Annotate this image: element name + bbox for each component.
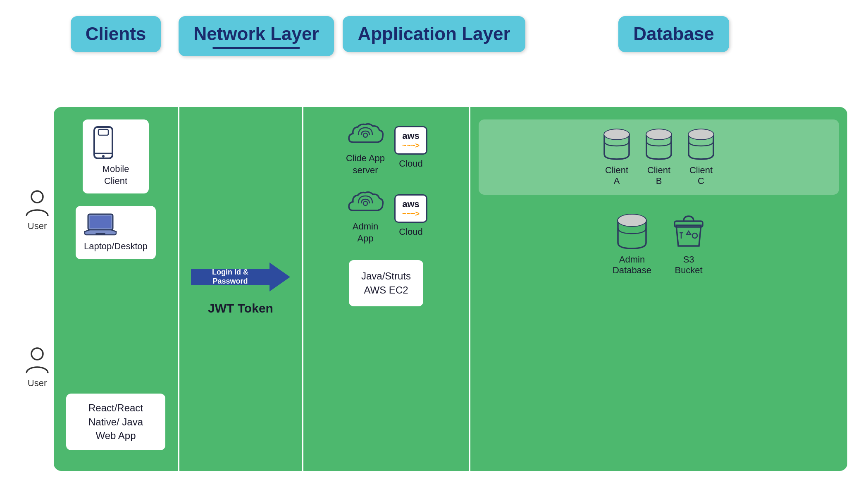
admin-cloud-icon xyxy=(345,188,386,217)
client-a-db-icon xyxy=(602,128,632,161)
db-badge: Database xyxy=(618,16,729,52)
clients-badge: Clients xyxy=(71,16,161,52)
svg-rect-20 xyxy=(675,221,703,227)
arrow-container: Login Id & Password JWT Token xyxy=(191,263,290,315)
admin-db-label: AdminDatabase xyxy=(613,254,651,276)
users-column: User User xyxy=(21,107,54,471)
db-header-col: Database xyxy=(533,16,814,52)
admin-db-item: AdminDatabase xyxy=(613,213,651,276)
app-content: Clide Appserver aws ~~~> Cloud xyxy=(303,107,469,471)
app-badge: Application Layer xyxy=(343,16,525,52)
green-panel: User User xyxy=(54,107,847,471)
network-content: Login Id & Password JWT Token xyxy=(179,107,302,471)
clients-content: MobileClient Laptop/Desktop React/React xyxy=(54,107,178,471)
app-header-col: Application Layer xyxy=(335,16,533,52)
client-b-label: ClientB xyxy=(647,165,670,186)
user-label-1: User xyxy=(28,221,47,232)
tech-stack-text: React/ReactNative/ JavaWeb App xyxy=(75,401,156,443)
admin-db-icon xyxy=(615,213,649,250)
laptop-label: Laptop/Desktop xyxy=(84,241,148,253)
svg-point-19 xyxy=(618,215,646,226)
aws-badge-1: aws ~~~> xyxy=(394,126,427,155)
mobile-client-card: MobileClient xyxy=(83,119,149,193)
svg-rect-8 xyxy=(95,233,105,234)
aws-badge-2: aws ~~~> xyxy=(394,194,427,223)
arrow-text: Login Id & Password xyxy=(195,268,265,286)
tech-stack-card: React/ReactNative/ JavaWeb App xyxy=(66,394,165,450)
clide-app-item: Clide Appserver xyxy=(345,119,386,176)
user-icon-2 xyxy=(24,346,50,375)
java-text: Java/StrutsAWS EC2 xyxy=(361,269,411,297)
svg-point-1 xyxy=(31,348,43,360)
clients-label: Clients xyxy=(86,24,146,44)
java-card: Java/StrutsAWS EC2 xyxy=(349,260,423,306)
admin-app-label: AdminApp xyxy=(353,221,378,244)
db-content: ClientA ClientB xyxy=(470,107,847,471)
client-a-label: ClientA xyxy=(605,165,628,186)
clients-header-col: Clients xyxy=(21,16,178,52)
client-b-db-icon xyxy=(644,128,674,161)
client-b-item: ClientB xyxy=(644,128,674,186)
s3-bucket-item: S3Bucket xyxy=(672,213,705,276)
user-label-2: User xyxy=(28,378,47,389)
svg-marker-23 xyxy=(687,231,691,234)
login-arrow: Login Id & Password xyxy=(191,263,290,291)
cloud1-item: aws ~~~> Cloud xyxy=(394,126,427,170)
user-figure-1: User xyxy=(24,189,50,232)
network-label: Network Layer xyxy=(193,24,319,44)
client-db-group: ClientA ClientB xyxy=(479,119,839,195)
user-figure-2: User xyxy=(24,346,50,389)
jwt-label: JWT Token xyxy=(208,301,273,315)
svg-point-5 xyxy=(102,155,105,158)
svg-rect-3 xyxy=(98,129,108,135)
svg-point-24 xyxy=(692,233,697,238)
svg-point-0 xyxy=(31,191,43,203)
app-label: Application Layer xyxy=(358,24,510,44)
mobile-icon xyxy=(91,126,116,159)
cloud2-item: aws ~~~> Cloud xyxy=(394,194,427,238)
admin-app-item: AdminApp xyxy=(345,188,386,244)
db-bottom-row: AdminDatabase xyxy=(479,213,839,276)
clide-cloud-icon xyxy=(345,119,386,149)
client-a-item: ClientA xyxy=(602,128,632,186)
network-underline xyxy=(212,47,300,49)
mobile-client-label: MobileClient xyxy=(91,163,141,187)
svg-point-13 xyxy=(604,129,629,139)
s3-bucket-label: S3Bucket xyxy=(675,254,702,276)
admin-row: AdminApp aws ~~~> Cloud xyxy=(312,188,460,244)
cloud2-label: Cloud xyxy=(399,226,422,238)
client-c-item: ClientC xyxy=(686,128,716,186)
main-area: User User xyxy=(21,107,847,471)
clide-row: Clide Appserver aws ~~~> Cloud xyxy=(312,119,460,176)
svg-point-11 xyxy=(363,201,367,205)
network-badge: Network Layer xyxy=(179,16,334,56)
db-label: Database xyxy=(633,24,714,44)
architecture-diagram: Clients Network Layer Application Layer … xyxy=(21,16,847,471)
svg-rect-7 xyxy=(90,216,111,228)
svg-point-15 xyxy=(646,129,671,139)
svg-point-10 xyxy=(363,133,367,137)
laptop-card: Laptop/Desktop xyxy=(76,206,156,259)
client-c-db-icon xyxy=(686,128,716,161)
user-icon-1 xyxy=(24,189,50,218)
laptop-icon xyxy=(84,212,117,236)
header-row: Clients Network Layer Application Layer … xyxy=(21,16,847,107)
clide-label: Clide Appserver xyxy=(346,153,385,176)
cloud1-label: Cloud xyxy=(399,158,422,170)
network-header-col: Network Layer xyxy=(178,16,335,56)
svg-point-17 xyxy=(689,129,713,139)
client-c-label: ClientC xyxy=(689,165,713,186)
s3-bucket-icon xyxy=(672,213,705,250)
